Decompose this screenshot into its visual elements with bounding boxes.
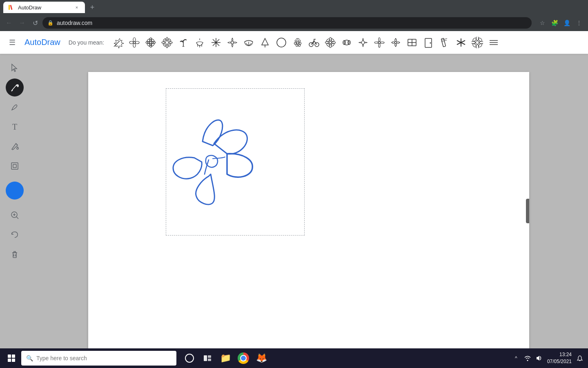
svg-point-42 [296, 44, 298, 46]
canvas-wrapper [29, 54, 588, 368]
suggestion-chain[interactable] [339, 35, 354, 50]
tab-favicon [8, 4, 15, 11]
chevron-up-icon: ^ [515, 355, 517, 361]
hamburger-menu-button[interactable]: ☰ [5, 35, 20, 50]
notification-button[interactable] [575, 353, 585, 363]
extensions-button[interactable]: 🧩 [549, 17, 560, 29]
profile-button[interactable]: 👤 [561, 17, 572, 29]
suggestion-chandelier[interactable] [192, 35, 207, 50]
scroll-handle[interactable] [526, 199, 529, 223]
suggestion-more[interactable] [486, 35, 501, 50]
suggestion-asterisk[interactable] [454, 35, 468, 50]
svg-point-63 [394, 41, 396, 43]
suggestion-grapes[interactable] [290, 35, 305, 50]
svg-point-14 [151, 42, 155, 47]
svg-point-33 [215, 42, 217, 43]
suggestions-area [111, 35, 583, 50]
suggestion-fan-2[interactable] [470, 35, 485, 50]
bookmark-icon: ☆ [540, 20, 545, 26]
date-display: 07/05/2021 [547, 358, 572, 365]
forward-button[interactable]: → [16, 17, 28, 29]
select-tool-button[interactable] [6, 59, 24, 77]
folder-icon: 📁 [220, 353, 231, 364]
autodraw-tool-button[interactable] [6, 79, 24, 96]
speaker-icon [535, 355, 543, 362]
suggestion-magic-wand[interactable] [111, 35, 125, 50]
suggestion-plant[interactable] [176, 35, 191, 50]
refresh-button[interactable]: ↺ [29, 17, 41, 29]
svg-point-17 [165, 41, 169, 44]
tab-close-button[interactable]: × [74, 4, 80, 11]
svg-rect-0 [9, 5, 10, 10]
svg-point-79 [479, 41, 483, 44]
suggestion-flower-1[interactable] [127, 35, 142, 50]
chrome-menu-button[interactable]: ⋮ [573, 17, 585, 29]
svg-rect-100 [208, 359, 211, 361]
svg-point-39 [296, 42, 298, 44]
bookmark-button[interactable]: ☆ [537, 17, 548, 29]
zoom-tool-button[interactable] [6, 206, 24, 224]
svg-point-15 [151, 38, 155, 43]
svg-point-21 [169, 42, 172, 43]
cortana-button[interactable] [181, 350, 198, 366]
suggestion-flower-5[interactable] [356, 35, 370, 50]
delete-button[interactable] [6, 245, 24, 263]
chrome-button[interactable] [235, 350, 252, 366]
volume-icon[interactable] [534, 353, 544, 363]
suggestion-flower-7[interactable] [388, 35, 403, 50]
network-icon[interactable] [523, 353, 532, 363]
svg-rect-90 [13, 164, 16, 168]
suggestion-daisy[interactable] [160, 35, 174, 50]
svg-point-77 [476, 45, 479, 48]
draw-tool-button[interactable] [6, 98, 24, 116]
suggestion-flower-4[interactable] [323, 35, 338, 50]
fill-tool-button[interactable] [6, 137, 24, 155]
firefox-icon: 🦊 [256, 353, 267, 364]
firefox-button[interactable]: 🦊 [253, 350, 270, 366]
svg-point-37 [295, 40, 297, 42]
svg-rect-99 [208, 355, 211, 358]
lock-icon: 🔒 [47, 20, 53, 26]
svg-point-46 [329, 41, 332, 44]
taskbar-search-bar[interactable]: 🔍 Type here to search [21, 351, 176, 366]
shape-tool-button[interactable] [6, 157, 24, 175]
address-field[interactable]: 🔒 autodraw.com [42, 17, 532, 29]
suggestion-pencil[interactable] [437, 35, 452, 50]
flower-drawing [145, 92, 301, 240]
app-title: AutoDraw [24, 38, 60, 47]
app-area: ☰ AutoDraw Do you mean: [0, 31, 588, 368]
back-icon: ← [6, 19, 12, 27]
left-toolbar: T [0, 54, 29, 368]
task-view-icon [203, 354, 212, 362]
task-view-button[interactable] [199, 350, 216, 366]
refresh-icon: ↺ [33, 19, 38, 27]
suggestion-fan[interactable] [241, 35, 256, 50]
svg-line-88 [11, 90, 13, 91]
suggestion-flower-3[interactable] [225, 35, 240, 50]
suggestion-flower-6[interactable] [372, 35, 387, 50]
color-picker-button[interactable] [6, 182, 24, 200]
suggestion-window[interactable] [405, 35, 419, 50]
file-explorer-button[interactable]: 📁 [217, 350, 234, 366]
suggestion-bicycle[interactable] [307, 35, 321, 50]
suggestion-flower-2[interactable] [143, 35, 158, 50]
drawing-canvas[interactable] [88, 72, 529, 350]
new-tab-button[interactable]: + [87, 2, 98, 13]
start-button[interactable] [3, 350, 20, 366]
clock[interactable]: 13:24 07/05/2021 [547, 351, 572, 365]
show-hidden-icons-button[interactable]: ^ [511, 353, 521, 363]
type-tool-button[interactable]: T [6, 118, 24, 136]
suggestion-door[interactable] [421, 35, 436, 50]
url-text: autodraw.com [57, 20, 92, 26]
svg-rect-1 [10, 5, 12, 10]
suggestion-circle[interactable] [274, 35, 289, 50]
active-tab[interactable]: AutoDraw × [3, 2, 85, 13]
svg-point-19 [166, 45, 168, 48]
suggestion-tree[interactable] [258, 35, 272, 50]
taskbar: 🔍 Type here to search 📁 🦊 [0, 348, 588, 368]
undo-button[interactable] [6, 226, 24, 244]
back-button[interactable]: ← [3, 17, 15, 29]
svg-rect-95 [13, 253, 16, 258]
profile-icon: 👤 [564, 20, 570, 26]
suggestion-snowflake[interactable] [209, 35, 223, 50]
